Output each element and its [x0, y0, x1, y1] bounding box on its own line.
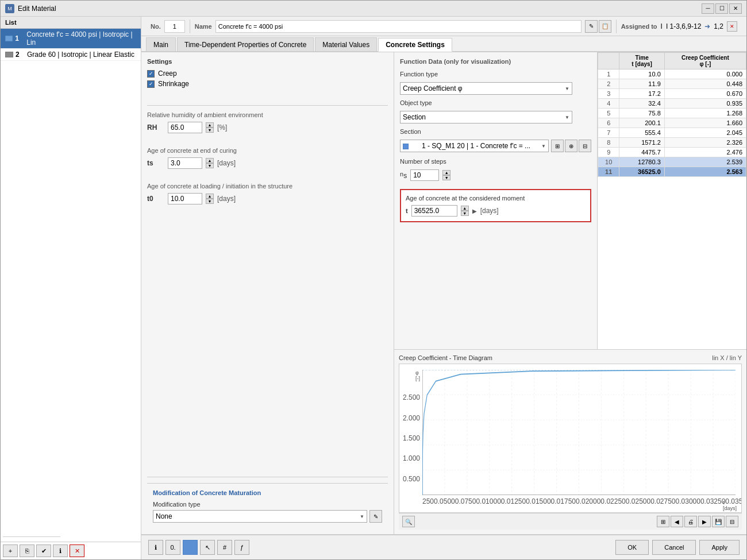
ts-input[interactable]: 3.0: [168, 157, 202, 169]
y-tick-0500: 0.500: [403, 475, 420, 483]
creep-checkbox[interactable]: ✓: [147, 70, 155, 78]
object-type-dropdown[interactable]: Section ▼: [400, 111, 572, 123]
section-dropdown[interactable]: 1 - SQ_M1 20 | 1 - Concrete f'c = ... ▼: [400, 140, 549, 152]
section-copy-button[interactable]: ⊟: [579, 140, 591, 152]
age-up[interactable]: ▲: [461, 206, 469, 211]
rh-field-row: RH 65.0 ▲ ▼ [%]: [147, 122, 388, 133]
edit-name-button[interactable]: ✎: [585, 20, 598, 33]
ns-up[interactable]: ▲: [442, 170, 450, 175]
function-type-dropdown[interactable]: Creep Coefficient φ ▼: [400, 82, 572, 95]
rh-down[interactable]: ▼: [206, 128, 214, 133]
cursor-button[interactable]: ↖: [200, 540, 215, 555]
rh-input[interactable]: 65.0: [168, 122, 202, 133]
rh-up[interactable]: ▲: [206, 122, 214, 128]
age-input[interactable]: 36525.0: [411, 205, 457, 217]
tab-material-values[interactable]: Material Values: [315, 37, 377, 51]
chart-home-button[interactable]: ⊞: [657, 516, 669, 527]
chart-copy-button[interactable]: ⊟: [726, 516, 738, 527]
table-body: 1 10.0 0.000 2 11.9 0.448: [598, 69, 746, 177]
name-value[interactable]: Concrete f'c = 4000 psi: [215, 20, 582, 33]
row-num: 4: [598, 99, 619, 109]
new-material-button[interactable]: +: [3, 544, 18, 557]
y-tick-2000: 2.000: [403, 414, 420, 422]
shrinkage-checkbox[interactable]: ✓: [147, 80, 155, 88]
mod-type-dropdown[interactable]: None ▼: [153, 510, 367, 523]
t0-field-label: t0: [147, 195, 164, 203]
row-time: 200.1: [619, 118, 664, 128]
browse-button[interactable]: 📋: [599, 20, 611, 33]
function-left: Function Data (only for visualization) F…: [394, 52, 597, 349]
age-arrow-icon: ▶: [472, 208, 477, 214]
t0-up[interactable]: ▲: [206, 194, 214, 199]
assigned-close-button[interactable]: ✕: [727, 21, 737, 32]
tab-time-dependent[interactable]: Time-Dependent Properties of Concrete: [177, 37, 314, 51]
age-unit: [days]: [480, 207, 499, 215]
x-tick-5000: 5000.0: [444, 497, 465, 505]
info-button[interactable]: ℹ: [53, 544, 68, 557]
formula-button[interactable]: ƒ: [234, 540, 249, 555]
row-time: 36525.0: [619, 167, 664, 177]
list-panel-bottom: + ⎘ ✔ ℹ ✕: [1, 542, 141, 559]
check-button[interactable]: ✔: [36, 544, 51, 557]
age-spinners: ▲ ▼: [461, 206, 469, 216]
object-type-label: Object type: [400, 99, 452, 106]
row-creep: 0.448: [664, 79, 746, 89]
edit-material-window: M Edit Material ─ ☐ ✕ List 1 Concrete f'…: [0, 0, 747, 560]
mod-edit-button[interactable]: ✎: [369, 510, 382, 523]
row-creep: 2.326: [664, 138, 746, 148]
section-dropdown-row: 1 - SQ_M1 20 | 1 - Concrete f'c = ... ▼ …: [400, 140, 591, 152]
tab-content: Settings ✓ Creep ✓ Shrinkage Relative hu…: [141, 52, 746, 534]
mod-dropdown-row: None ▼ ✎: [153, 510, 382, 523]
title-bar: M Edit Material ─ ☐ ✕: [1, 1, 746, 17]
separator-1: [147, 105, 388, 106]
section-icon: [403, 142, 411, 150]
list-item-2[interactable]: 2 Grade 60 | Isotropic | Linear Elastic: [1, 49, 141, 61]
row-time: 11.9: [619, 79, 664, 89]
chart-print-button[interactable]: 🖨: [684, 516, 697, 527]
name-buttons: ✎ 📋: [585, 20, 611, 33]
chart-save-button[interactable]: 💾: [712, 516, 725, 527]
ts-down[interactable]: ▼: [206, 163, 214, 168]
row-creep: 2.563: [664, 167, 746, 177]
assigned-section: Assigned to I I 1-3,6,9-12 ➜ 1,2 ✕: [617, 21, 742, 32]
creep-label: Creep: [158, 69, 177, 78]
chart-zoom-button[interactable]: 🔍: [402, 516, 415, 527]
chart-back-button[interactable]: ◀: [671, 516, 683, 527]
color-button[interactable]: [183, 540, 198, 555]
ok-button[interactable]: OK: [615, 540, 649, 555]
section-label: Section: [400, 128, 452, 135]
list-item-1[interactable]: 1 Concrete f'c = 4000 psi | Isotropic | …: [1, 29, 141, 49]
tab-main[interactable]: Main: [146, 37, 176, 51]
ts-up[interactable]: ▲: [206, 158, 214, 163]
t0-input[interactable]: 10.0: [168, 193, 202, 204]
ns-label-row: Number of steps: [400, 158, 591, 165]
chart-fwd-button[interactable]: ▶: [698, 516, 711, 527]
maximize-button[interactable]: ☐: [715, 3, 728, 14]
rh-group: Relative humidity of ambient environment…: [147, 111, 388, 138]
x-tick-12500: 12500.0: [511, 497, 536, 505]
minimize-button[interactable]: ─: [702, 3, 714, 14]
age-label: t: [406, 207, 408, 214]
chart-xlabel: t[days]: [723, 500, 737, 511]
info-icon-button[interactable]: ℹ: [148, 540, 163, 555]
age-down[interactable]: ▼: [461, 211, 469, 216]
function-panel: Function Data (only for visualization) F…: [394, 52, 746, 534]
section-select-button[interactable]: ⊕: [565, 140, 577, 152]
cancel-button[interactable]: Cancel: [652, 540, 696, 555]
name-section: Name Concrete f'c = 4000 psi ✎ 📋: [190, 20, 616, 33]
row-num: 9: [598, 148, 619, 157]
chart-yaxis: φ[-] 2.500 2.000 1.500 1.000 0.500: [399, 370, 422, 495]
apply-button[interactable]: Apply: [699, 540, 740, 555]
row-time: 10.0: [619, 69, 664, 79]
copy-material-button[interactable]: ⎘: [20, 544, 34, 557]
tab-concrete-settings[interactable]: Concrete Settings: [378, 38, 452, 52]
t0-down[interactable]: ▼: [206, 199, 214, 204]
grid-button[interactable]: #: [217, 540, 232, 555]
zero-button[interactable]: 0.: [165, 540, 180, 555]
close-button[interactable]: ✕: [729, 3, 742, 14]
section-table-button[interactable]: ⊞: [551, 140, 564, 152]
settings-group: Settings ✓ Creep ✓ Shrinkage: [147, 58, 388, 90]
ns-input[interactable]: 10: [410, 169, 439, 181]
ns-down[interactable]: ▼: [442, 175, 450, 180]
delete-button[interactable]: ✕: [70, 544, 84, 557]
